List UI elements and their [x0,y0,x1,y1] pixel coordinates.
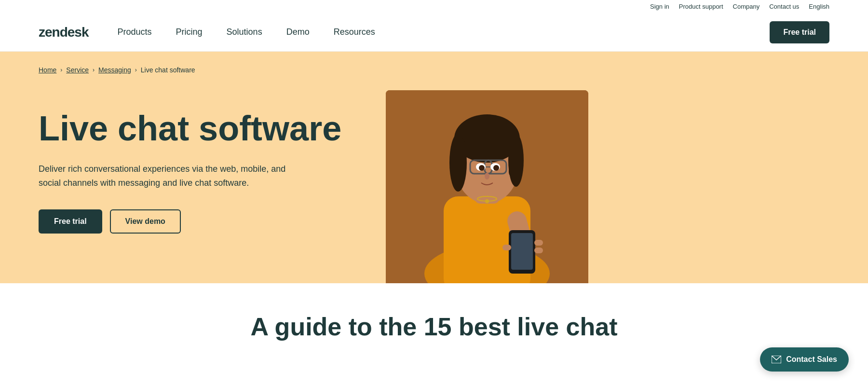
hero-image-box [386,90,588,283]
svg-point-26 [485,199,489,203]
breadcrumb-home[interactable]: Home [39,66,56,74]
svg-rect-21 [502,245,511,250]
nav-solutions[interactable]: Solutions [227,27,262,37]
nav-demo[interactable]: Demo [286,27,310,37]
svg-rect-23 [534,248,543,253]
nav-resources[interactable]: Resources [334,27,375,37]
breadcrumb-separator-3: › [135,67,137,73]
hero-view-demo-button[interactable]: View demo [110,209,181,234]
breadcrumb: Home › Service › Messaging › Live chat s… [39,66,195,74]
hero-description: Deliver rich conversational experiences … [39,162,289,190]
nav-products[interactable]: Products [118,27,152,37]
hero-section: Home › Service › Messaging › Live chat s… [0,52,868,283]
breadcrumb-messaging[interactable]: Messaging [98,66,131,74]
product-support-link[interactable]: Product support [679,3,723,10]
contact-sales-button[interactable]: Contact Sales [760,347,849,372]
nav-free-trial-button[interactable]: Free trial [770,21,829,43]
contact-sales-label: Contact Sales [786,355,837,364]
hero-free-trial-button[interactable]: Free trial [39,209,102,234]
svg-rect-22 [534,240,543,246]
nav-links: Products Pricing Solutions Demo Resource… [118,27,770,37]
logo[interactable]: zendesk [39,25,89,40]
nav-pricing[interactable]: Pricing [176,27,203,37]
language-link[interactable]: English [809,3,829,10]
hero-title: Live chat software [39,110,366,148]
bottom-title: A guide to the 15 best live chat [39,312,829,341]
envelope-icon [772,356,781,363]
utility-bar: Sign in Product support Company Contact … [0,0,868,13]
svg-point-9 [508,134,524,187]
main-nav: zendesk Products Pricing Solutions Demo … [0,13,868,52]
sign-in-link[interactable]: Sign in [650,3,669,10]
svg-rect-20 [511,233,533,270]
svg-point-8 [449,134,467,192]
contact-us-link[interactable]: Contact us [769,3,799,10]
breadcrumb-current: Live chat software [141,66,195,74]
hero-person-illustration [386,90,588,283]
svg-point-16 [493,165,499,171]
hero-content: Live chat software Deliver rich conversa… [39,81,366,234]
svg-point-15 [479,165,485,171]
breadcrumb-service[interactable]: Service [66,66,89,74]
hero-image [386,90,588,283]
bottom-section: A guide to the 15 best live chat [0,283,868,380]
svg-point-17 [485,173,489,179]
hero-buttons: Free trial View demo [39,209,366,234]
breadcrumb-separator-2: › [93,67,95,73]
company-link[interactable]: Company [733,3,760,10]
svg-rect-24 [448,211,467,259]
breadcrumb-separator-1: › [60,67,62,73]
